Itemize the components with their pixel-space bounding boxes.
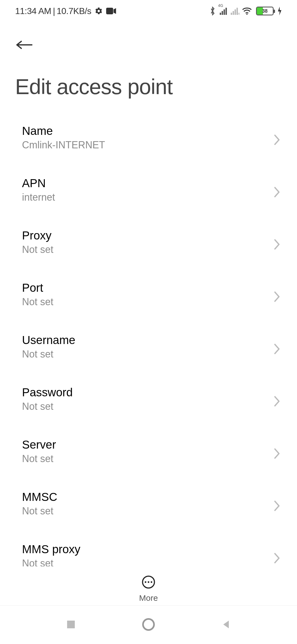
row-title: Server [22,438,56,451]
row-password[interactable]: Password Not set [0,373,297,425]
charging-icon [277,7,282,15]
svg-point-1 [246,14,248,15]
nav-back-icon[interactable] [221,619,232,631]
row-apn[interactable]: APN internet [0,164,297,216]
chevron-right-icon [273,395,282,404]
row-value: Not set [22,296,53,308]
row-value: Not set [22,401,73,412]
row-title: MMS proxy [22,543,80,556]
row-mmsc[interactable]: MMSC Not set [0,478,297,530]
android-nav-bar [0,605,297,644]
status-bar: 11:34 AM | 10.7KB/s 4G ✕ 38 [0,0,297,22]
row-value: Not set [22,505,57,517]
row-value: internet [22,192,55,203]
bluetooth-icon [209,6,216,16]
chevron-right-icon [273,500,282,509]
nav-home-icon[interactable] [141,617,156,633]
page-header: Edit access point [0,22,297,108]
settings-list: Name Cmlink-INTERNET APN internet Proxy … [0,108,297,582]
row-title: Name [22,124,105,138]
row-proxy[interactable]: Proxy Not set [0,216,297,269]
status-left: 11:34 AM | 10.7KB/s [15,6,116,16]
chevron-right-icon [273,447,282,456]
more-label: More [139,593,158,603]
chevron-right-icon [273,134,282,143]
chevron-right-icon [273,186,282,195]
wifi-icon [242,7,252,15]
svg-point-5 [151,581,152,583]
status-right: 4G ✕ 38 [209,6,282,16]
more-icon [141,575,156,591]
battery-icon: 38 [256,7,274,15]
svg-point-3 [145,581,146,583]
row-value: Not set [22,348,75,360]
row-title: Username [22,334,75,347]
signal-sim1: 4G [220,7,227,15]
signal-sim2: ✕ [231,7,238,15]
camera-icon [106,7,116,15]
row-title: Proxy [22,229,53,242]
chevron-right-icon [273,291,282,299]
row-title: APN [22,177,55,190]
status-net-speed: 10.7KB/s [57,6,91,16]
network-type-label: 4G [218,3,223,8]
battery-percent: 38 [257,8,273,14]
svg-rect-6 [67,621,75,628]
row-title: Port [22,281,53,294]
chevron-right-icon [273,343,282,352]
row-server[interactable]: Server Not set [0,425,297,478]
row-username[interactable]: Username Not set [0,321,297,373]
svg-rect-0 [106,8,113,14]
row-name[interactable]: Name Cmlink-INTERNET [0,112,297,164]
settings-gear-icon [95,7,103,15]
svg-point-7 [143,619,154,630]
row-value: Not set [22,453,56,465]
svg-point-4 [148,581,149,583]
row-title: Password [22,386,73,399]
chevron-right-icon [273,552,282,561]
status-time: 11:34 AM [15,6,51,16]
more-button[interactable]: More [0,566,297,603]
row-value: Not set [22,244,53,255]
row-port[interactable]: Port Not set [0,269,297,321]
nav-recent-icon[interactable] [65,619,76,631]
row-value: Cmlink-INTERNET [22,139,105,151]
row-title: MMSC [22,490,57,504]
back-arrow-icon[interactable] [15,39,33,51]
status-separator: | [53,6,55,16]
page-title: Edit access point [15,59,282,108]
chevron-right-icon [273,238,282,247]
